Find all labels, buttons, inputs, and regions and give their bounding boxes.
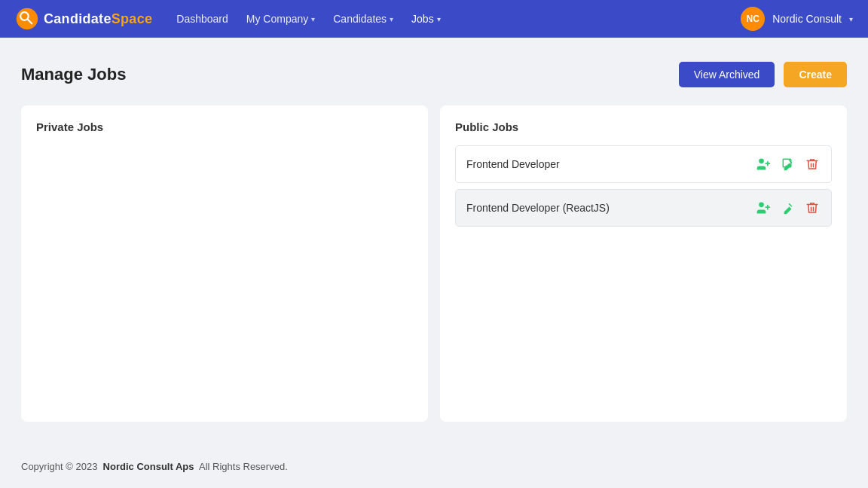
nav-dashboard[interactable]: Dashboard bbox=[176, 13, 228, 25]
footer-copyright: Copyright © 2023 bbox=[21, 461, 97, 472]
header-actions: View Archived Create bbox=[679, 62, 847, 87]
public-jobs-column: Public Jobs Frontend Developer bbox=[440, 105, 847, 422]
job-name: Frontend Developer (ReactJS) bbox=[466, 202, 610, 214]
nav-my-company[interactable]: My Company ▾ bbox=[246, 13, 315, 25]
edit-icon bbox=[781, 157, 795, 171]
brand-logo-icon bbox=[15, 7, 39, 31]
my-company-chevron-icon: ▾ bbox=[311, 15, 315, 23]
svg-point-7 bbox=[759, 203, 764, 208]
edit-job-button[interactable] bbox=[780, 200, 796, 216]
public-jobs-title: Public Jobs bbox=[455, 120, 832, 133]
edit-icon bbox=[781, 201, 795, 215]
delete-icon bbox=[805, 157, 819, 171]
brand-logo-link[interactable]: CandidateSpace bbox=[15, 7, 152, 31]
delete-job-button[interactable] bbox=[804, 200, 821, 216]
private-jobs-column: Private Jobs bbox=[21, 105, 428, 422]
add-candidate-button[interactable] bbox=[754, 155, 772, 173]
footer-rights: All Rights Reserved. bbox=[199, 461, 288, 472]
user-menu-chevron-icon: ▾ bbox=[849, 15, 853, 23]
nav-candidates[interactable]: Candidates ▾ bbox=[333, 13, 393, 25]
page-title: Manage Jobs bbox=[21, 65, 126, 84]
candidates-chevron-icon: ▾ bbox=[390, 15, 393, 23]
footer: Copyright © 2023 Nordic Consult Aps All … bbox=[0, 446, 868, 487]
main-nav: Dashboard My Company ▾ Candidates ▾ Jobs… bbox=[176, 13, 440, 25]
job-name: Frontend Developer bbox=[466, 158, 560, 170]
add-person-icon bbox=[756, 157, 771, 172]
main-content: Manage Jobs View Archived Create Private… bbox=[0, 38, 868, 446]
user-menu[interactable]: NC Nordic Consult ▾ bbox=[741, 7, 853, 31]
delete-icon bbox=[805, 201, 819, 215]
delete-job-button[interactable] bbox=[804, 156, 821, 172]
jobs-columns: Private Jobs Public Jobs Frontend Develo… bbox=[21, 105, 847, 422]
view-archived-button[interactable]: View Archived bbox=[679, 62, 775, 87]
user-name-label: Nordic Consult bbox=[772, 13, 842, 25]
add-candidate-button[interactable] bbox=[754, 199, 772, 217]
job-item[interactable]: Frontend Developer bbox=[455, 145, 832, 183]
avatar: NC bbox=[741, 7, 765, 31]
create-button[interactable]: Create bbox=[784, 62, 847, 87]
private-jobs-title: Private Jobs bbox=[36, 120, 413, 133]
job-actions bbox=[754, 155, 821, 173]
svg-point-3 bbox=[759, 159, 764, 164]
nav-jobs[interactable]: Jobs ▾ bbox=[411, 13, 441, 25]
jobs-chevron-icon: ▾ bbox=[437, 15, 441, 23]
page-header: Manage Jobs View Archived Create bbox=[21, 62, 847, 87]
brand-name: CandidateSpace bbox=[44, 11, 152, 27]
job-item[interactable]: Frontend Developer (ReactJS) bbox=[455, 189, 832, 227]
footer-company: Nordic Consult Aps bbox=[103, 461, 194, 472]
add-person-icon bbox=[756, 200, 771, 215]
job-actions bbox=[754, 199, 821, 217]
edit-job-button[interactable] bbox=[780, 156, 796, 172]
navbar: CandidateSpace Dashboard My Company ▾ Ca… bbox=[0, 0, 868, 38]
